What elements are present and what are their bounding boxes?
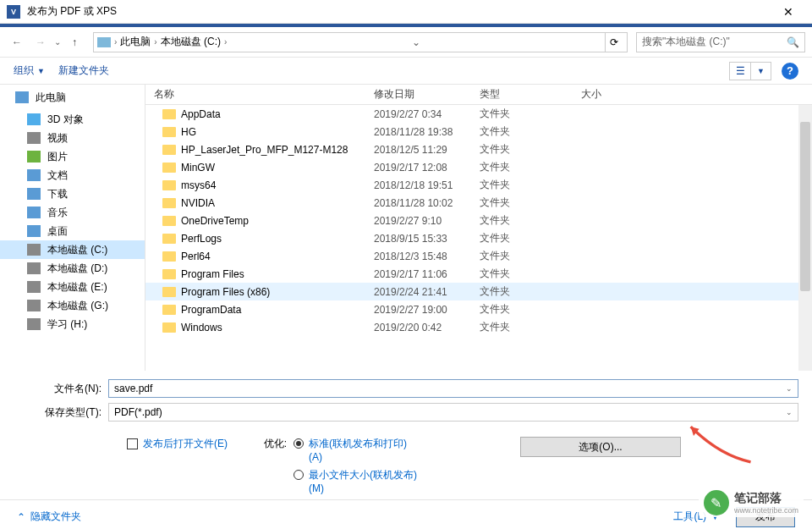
chevron-down-icon[interactable]: ⌄ [786, 384, 793, 393]
sidebar-item[interactable]: 文档 [0, 166, 145, 185]
file-name: Perl64 [181, 251, 211, 262]
sidebar-item[interactable]: 本地磁盘 (D:) [0, 259, 145, 278]
file-date: 2018/9/15 15:33 [374, 233, 480, 245]
folder-icon [162, 287, 176, 297]
file-date: 2019/2/27 19:00 [374, 304, 480, 316]
file-date: 2019/2/17 11:06 [374, 268, 480, 280]
folder-icon [162, 234, 176, 244]
file-name: Program Files (x86) [181, 286, 270, 298]
nav-recent[interactable]: ⌄ [54, 37, 61, 47]
folder-icon [27, 132, 41, 144]
filetype-label: 保存类型(T): [14, 405, 108, 420]
sidebar-this-pc[interactable]: 此电脑 [0, 88, 145, 107]
radio-standard[interactable]: 标准(联机发布和打印)(A) [294, 437, 419, 463]
folder-icon [162, 269, 176, 279]
file-type: 文件夹 [480, 284, 581, 299]
col-name[interactable]: 名称 [145, 87, 374, 102]
hide-folders-link[interactable]: ⌃ 隐藏文件夹 [17, 510, 81, 524]
file-type: 文件夹 [480, 320, 581, 334]
folder-icon [162, 305, 176, 315]
file-name: HG [181, 126, 196, 138]
new-folder-button[interactable]: 新建文件夹 [58, 63, 109, 78]
radio-icon[interactable] [294, 470, 304, 480]
file-name: OneDriveTemp [181, 215, 249, 227]
folder-icon [162, 163, 176, 173]
sidebar-item[interactable]: 桌面 [0, 222, 145, 240]
file-row[interactable]: Program Files (x86)2019/2/24 21:41文件夹 [145, 283, 812, 300]
open-after-checkbox[interactable]: 发布后打开文件(E) [127, 437, 228, 451]
sidebar-item-label: 本地磁盘 (D:) [47, 262, 107, 276]
pc-icon [15, 91, 29, 103]
refresh-button[interactable]: ⟳ [605, 33, 623, 52]
optimize-label: 优化: [253, 437, 287, 451]
sidebar-item[interactable]: 图片 [0, 147, 145, 166]
search-icon[interactable]: 🔍 [787, 36, 799, 48]
file-type: 文件夹 [480, 124, 581, 139]
address-bar[interactable]: › 此电脑 › 本地磁盘 (C:) › ⌄ ⟳ [93, 32, 628, 52]
file-name: MinGW [181, 162, 215, 174]
radio-icon[interactable] [294, 438, 304, 449]
options-button[interactable]: 选项(O)... [520, 437, 681, 457]
close-button[interactable]: ✕ [771, 0, 805, 24]
nav-back[interactable]: ← [7, 32, 27, 52]
file-type: 文件夹 [480, 142, 581, 157]
file-name: NVIDIA [181, 197, 215, 209]
file-type: 文件夹 [480, 213, 581, 228]
file-row[interactable]: MinGW2019/2/17 12:08文件夹 [145, 158, 812, 176]
path-this-pc[interactable]: 此电脑 [120, 35, 151, 49]
watermark-badge: ✎ 笔记部落 www.notetribe.com [699, 488, 804, 517]
file-type: 文件夹 [480, 107, 581, 121]
col-date[interactable]: 修改日期 [374, 87, 480, 102]
file-row[interactable]: AppData2019/2/27 0:34文件夹 [145, 105, 812, 123]
organize-button[interactable]: 组织 ▼ [14, 63, 45, 78]
file-type: 文件夹 [480, 160, 581, 174]
folder-icon [27, 225, 41, 237]
file-date: 2018/12/5 11:29 [374, 144, 480, 156]
file-row[interactable]: HG2018/11/28 19:38文件夹 [145, 123, 812, 141]
chevron-up-icon: ⌃ [17, 511, 25, 523]
file-date: 2018/12/3 15:48 [374, 251, 480, 262]
file-name: HP_LaserJet_Pro_MFP_M127-M128 [181, 144, 348, 156]
scrollbar-thumb[interactable] [800, 122, 810, 291]
file-row[interactable]: ProgramData2019/2/27 19:00文件夹 [145, 300, 812, 318]
file-date: 2018/12/18 19:51 [374, 179, 480, 191]
file-row[interactable]: msys642018/12/18 19:51文件夹 [145, 176, 812, 194]
checkbox-icon[interactable] [127, 438, 138, 449]
file-row[interactable]: NVIDIA2018/11/28 10:02文件夹 [145, 194, 812, 212]
filetype-select[interactable]: PDF(*.pdf) ⌄ [108, 403, 798, 422]
col-type[interactable]: 类型 [480, 87, 581, 102]
nav-up[interactable]: ↑ [64, 32, 85, 52]
sidebar-item[interactable]: 视频 [0, 129, 145, 147]
file-row[interactable]: PerfLogs2018/9/15 15:33文件夹 [145, 229, 812, 247]
chevron-right-icon: › [224, 37, 227, 47]
file-list: AppData2019/2/27 0:34文件夹HG2018/11/28 19:… [145, 105, 812, 371]
sidebar-item[interactable]: 3D 对象 [0, 110, 145, 129]
sidebar-item[interactable]: 学习 (H:) [0, 315, 145, 333]
folder-icon [162, 322, 176, 333]
sidebar-item[interactable]: 下载 [0, 185, 145, 203]
address-dropdown[interactable]: ⌄ [409, 36, 424, 48]
file-row[interactable]: HP_LaserJet_Pro_MFP_M127-M1282018/12/5 1… [145, 141, 812, 158]
file-row[interactable]: Windows2019/2/20 0:42文件夹 [145, 318, 812, 336]
scrollbar[interactable] [798, 105, 812, 371]
view-details-icon[interactable]: ☰ [730, 63, 750, 80]
file-name: Program Files [181, 268, 244, 280]
file-row[interactable]: Perl642018/12/3 15:48文件夹 [145, 247, 812, 265]
help-icon[interactable]: ? [782, 63, 798, 80]
file-row[interactable]: OneDriveTemp2019/2/27 9:10文件夹 [145, 212, 812, 229]
path-drive[interactable]: 本地磁盘 (C:) [161, 35, 221, 49]
sidebar-item-label: 下载 [47, 187, 68, 201]
sidebar-item[interactable]: 音乐 [0, 203, 145, 222]
view-toggle[interactable]: ☰ ▼ [729, 62, 771, 80]
radio-minimum[interactable]: 最小文件大小(联机发布)(M) [294, 468, 419, 494]
file-row[interactable]: Program Files2019/2/17 11:06文件夹 [145, 265, 812, 283]
sidebar-item[interactable]: 本地磁盘 (G:) [0, 296, 145, 315]
filename-input[interactable]: save.pdf ⌄ [108, 379, 798, 398]
sidebar-item[interactable]: 本地磁盘 (C:) [0, 240, 145, 259]
view-dropdown[interactable]: ▼ [750, 63, 771, 80]
chevron-down-icon[interactable]: ⌄ [786, 408, 793, 416]
search-input[interactable]: 搜索"本地磁盘 (C:)" 🔍 [636, 32, 805, 52]
sidebar-item[interactable]: 本地磁盘 (E:) [0, 278, 145, 296]
file-date: 2019/2/17 12:08 [374, 162, 480, 174]
col-size[interactable]: 大小 [581, 87, 683, 102]
